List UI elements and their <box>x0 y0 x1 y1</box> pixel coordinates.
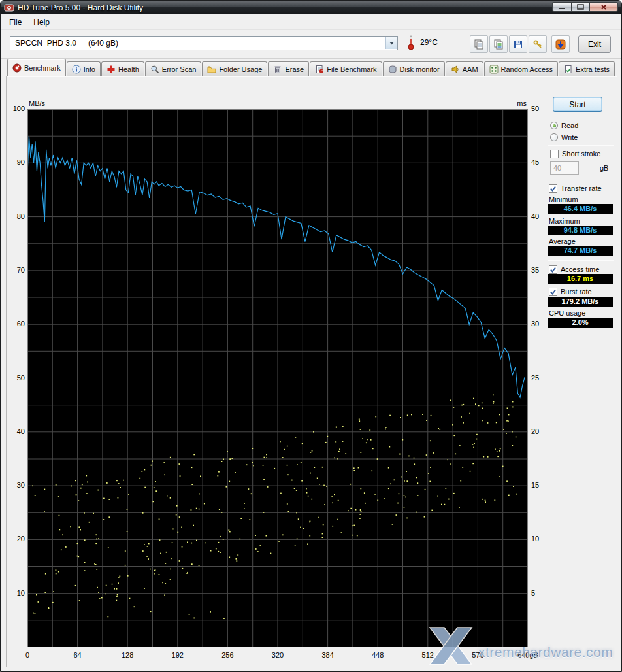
temperature-value: 29°C <box>420 38 438 47</box>
copy-image-button[interactable] <box>489 35 508 53</box>
tab-health[interactable]: Health <box>101 61 144 76</box>
y-left-tick-label: 30 <box>7 481 25 489</box>
x-tick-label: 128 <box>111 651 144 659</box>
checkbox-unchecked-icon <box>550 150 559 158</box>
tab-aam[interactable]: AAM <box>446 61 483 76</box>
separator <box>548 145 614 146</box>
minimize-button[interactable] <box>552 2 571 12</box>
temperature-indicator: 29°C <box>407 35 438 50</box>
save-icon <box>513 39 523 50</box>
tab-benchmark[interactable]: Benchmark <box>7 59 66 76</box>
burst-rate-value-badge: 179.2 MB/s <box>548 297 613 307</box>
app-icon <box>4 3 14 13</box>
exit-label: Exit <box>588 40 601 49</box>
tab-info[interactable]: Info <box>67 61 101 76</box>
y-left-tick-label: 90 <box>7 158 25 166</box>
x-tick-label: 448 <box>361 651 394 659</box>
copy-text-button[interactable] <box>470 35 488 53</box>
write-label: Write <box>561 133 578 141</box>
y-left-tick-label: 70 <box>7 266 25 274</box>
drive-size: (640 gB) <box>88 39 118 48</box>
health-icon <box>106 65 116 74</box>
menu-file[interactable]: File <box>3 16 27 29</box>
aam-icon <box>451 65 460 74</box>
average-label: Average <box>549 237 576 245</box>
short-stroke-checkbox[interactable]: Short stroke <box>550 149 600 158</box>
y-right-tick-label: 10 <box>531 535 548 543</box>
export-button[interactable] <box>551 35 570 53</box>
y-right-tick-label: 25 <box>531 374 548 382</box>
x-tick-label: 576 <box>461 651 494 659</box>
options-button[interactable] <box>529 35 547 53</box>
tab-erase[interactable]: Erase <box>268 61 309 76</box>
tab-random-access[interactable]: Random Access <box>484 61 558 76</box>
read-radio[interactable]: Read <box>550 121 578 130</box>
app-window: HD Tune Pro 5.00 - Hard Disk Utility Fil… <box>0 0 622 672</box>
extra-tests-icon <box>564 65 573 74</box>
x-tick-label: 384 <box>312 651 344 659</box>
toolbar: SPCCN PHD 3.0 (640 gB) 29°C Exit <box>1 30 621 59</box>
access-time-checkbox[interactable]: Access time <box>549 265 599 274</box>
disk-monitor-icon <box>388 65 397 74</box>
short-stroke-unit: gB <box>600 164 608 172</box>
y-right-tick-label: 30 <box>531 320 548 328</box>
y-right-axis-unit: ms <box>502 99 527 107</box>
tab-label: Disk monitor <box>400 65 440 73</box>
transfer-rate-checkbox[interactable]: Transfer rate <box>549 184 602 193</box>
read-label: Read <box>561 122 578 129</box>
close-button[interactable] <box>590 2 618 12</box>
radio-selected-icon <box>550 122 558 129</box>
y-left-tick-label: 100 <box>7 105 25 112</box>
save-screenshot-button[interactable] <box>509 35 527 53</box>
copy-image-icon <box>493 39 504 50</box>
start-label: Start <box>569 100 585 109</box>
x-tick-label: 256 <box>211 651 244 659</box>
burst-rate-checkbox[interactable]: Burst rate <box>549 287 592 296</box>
file-benchmark-icon <box>315 65 324 74</box>
menu-bar: File Help <box>1 14 621 30</box>
exit-button[interactable]: Exit <box>578 35 611 53</box>
tab-folder-usage[interactable]: Folder Usage <box>202 61 267 76</box>
tab-disk-monitor[interactable]: Disk monitor <box>383 61 445 76</box>
title-bar: HD Tune Pro 5.00 - Hard Disk Utility <box>1 1 621 14</box>
cpu-usage-value-badge: 2.0% <box>548 318 613 328</box>
checkbox-checked-icon <box>549 184 557 193</box>
export-icon <box>555 39 566 50</box>
y-left-tick-label: 80 <box>7 212 25 220</box>
tab-file-benchmark[interactable]: File Benchmark <box>310 61 382 76</box>
random-access-icon <box>489 65 499 74</box>
tab-label: Error Scan <box>162 65 197 73</box>
chart-area: MB/s ms 10090807060504030201050454035302… <box>7 76 617 667</box>
benchmark-page: MB/s ms 10090807060504030201050454035302… <box>6 76 617 667</box>
y-right-tick-label: 5 <box>531 589 548 597</box>
y-right-tick-label: 35 <box>531 266 548 274</box>
window-title: HD Tune Pro 5.00 - Hard Disk Utility <box>18 3 143 12</box>
short-stroke-size-input[interactable] <box>550 161 579 175</box>
copy-text-icon <box>474 39 484 50</box>
drive-selector-dropdown[interactable]: SPCCN PHD 3.0 (640 gB) <box>10 36 398 50</box>
y-right-tick-label: 45 <box>531 158 548 166</box>
checkbox-checked-icon <box>549 265 557 274</box>
write-radio[interactable]: Write <box>550 133 578 142</box>
tab-label: Benchmark <box>24 64 61 72</box>
average-value-badge: 74.7 MB/s <box>548 246 613 256</box>
y-left-axis-unit: MB/s <box>29 99 45 107</box>
menu-help[interactable]: Help <box>27 16 56 29</box>
y-right-tick-label: 15 <box>531 481 548 489</box>
window-controls <box>552 2 618 12</box>
tab-label: Extra tests <box>576 65 610 73</box>
tab-extra-tests[interactable]: Extra tests <box>559 61 615 76</box>
tab-label: Erase <box>285 65 304 73</box>
maximum-label: Maximum <box>549 217 580 225</box>
tab-label: Folder Usage <box>219 65 262 73</box>
cpu-usage-label: CPU usage <box>549 309 585 317</box>
minimum-label: Minimum <box>549 195 578 203</box>
tab-label: File Benchmark <box>327 65 376 73</box>
x-tick-label: 0 <box>11 651 44 659</box>
tab-label: Random Access <box>501 65 553 73</box>
tab-error-scan[interactable]: Error Scan <box>145 61 202 76</box>
maximize-button[interactable] <box>571 2 590 12</box>
y-left-tick-label: 20 <box>7 535 25 543</box>
tab-bar: BenchmarkInfoHealthError ScanFolder Usag… <box>7 59 619 76</box>
start-button[interactable]: Start <box>553 97 602 112</box>
